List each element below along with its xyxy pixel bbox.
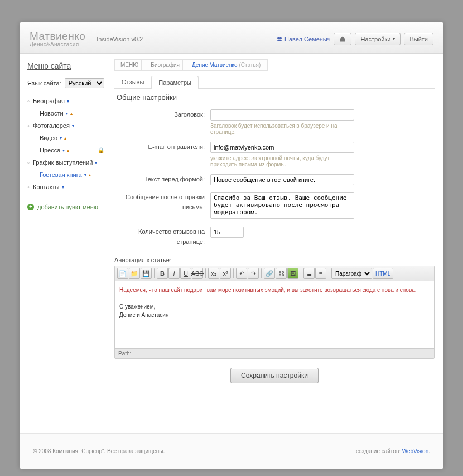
- menu-item-contacts[interactable]: Контакты ▾: [27, 181, 104, 193]
- user-icon: [277, 36, 282, 42]
- pretext-label: Текст перед формой:: [117, 174, 210, 185]
- menu-item-gallery[interactable]: Фотогалерея ▾: [27, 119, 104, 132]
- user-name: Павел Семеныч: [284, 36, 330, 42]
- chevron-down-icon: ▾: [67, 99, 69, 104]
- aftermsg-textarea[interactable]: Спасибо за Ваш отзыв. Ваше сообщение буд…: [210, 192, 354, 219]
- add-menu-item[interactable]: + добавить пункт меню: [27, 200, 104, 210]
- section-title: Общие настройки: [117, 93, 435, 102]
- chevron-down-icon: ▾: [95, 160, 97, 165]
- sidebar: Меню сайта Язык сайта: Русский Биография…: [20, 54, 111, 433]
- logo-line2: Денис&Анастасия: [30, 41, 85, 47]
- tabs: Отзывы Параметры: [114, 75, 435, 89]
- sidebar-title: Меню сайта: [27, 61, 104, 74]
- toolbar-separator: [301, 268, 301, 278]
- logo-line1: Матвиенко: [30, 30, 85, 42]
- toolbar-ul-icon[interactable]: ≣: [303, 268, 315, 279]
- editor-path: Path:: [115, 348, 434, 358]
- toolbar-html-button[interactable]: HTML: [373, 268, 393, 279]
- logo: Матвиенко Денис&Анастасия: [30, 30, 85, 47]
- toolbar-link-icon[interactable]: 🔗: [264, 268, 275, 279]
- sidebar-menu: Биография ▾ Новости ▾▴ Фотогалерея ▾ Вид…: [27, 95, 104, 193]
- toolbar-underline-icon[interactable]: U: [180, 268, 191, 279]
- logout-button[interactable]: Выйти: [404, 33, 433, 45]
- chevron-up-icon: ▴: [67, 148, 69, 153]
- chevron-down-icon: ▾: [66, 111, 68, 116]
- menu-item-schedule[interactable]: График выступлений ▾: [27, 156, 104, 169]
- editor-toolbar: 📄 📁 💾 B I U ABC x₂ x² ↶ ↷ 🔗 ⛓: [115, 266, 434, 281]
- lang-label: Язык сайта:: [27, 80, 61, 86]
- chevron-down-icon: ▾: [60, 136, 62, 141]
- chevron-down-icon: ▾: [393, 36, 395, 41]
- lock-icon: 🔒: [98, 147, 104, 153]
- menu-item-guestbook[interactable]: Гостевая книга ▾▴: [27, 169, 104, 181]
- toolbar-sub-icon[interactable]: x₂: [208, 268, 219, 279]
- user-link[interactable]: Павел Семеныч: [277, 36, 330, 42]
- app-title: InsideVision v0.2: [97, 36, 143, 42]
- home-button[interactable]: [334, 33, 351, 45]
- email-input[interactable]: [210, 142, 354, 153]
- count-input[interactable]: [210, 227, 244, 238]
- settings-form: Заголовок: Заголовок будет использоватьс…: [114, 109, 435, 247]
- home-icon: [339, 36, 346, 42]
- count-label: Количество отзывов на странице:: [117, 227, 210, 247]
- toolbar-open-icon[interactable]: 📁: [129, 268, 140, 279]
- tab-params[interactable]: Параметры: [151, 76, 199, 89]
- editor-line-2: С уважением,: [119, 302, 430, 311]
- menu-item-biography[interactable]: Биография ▾: [27, 95, 104, 107]
- copyright: © 2008 Компания "Cupicup". Все права защ…: [33, 448, 165, 454]
- chevron-up-icon: ▴: [70, 111, 73, 116]
- toolbar-sup-icon[interactable]: x²: [220, 268, 231, 279]
- toolbar-ol-icon[interactable]: ≡: [315, 268, 326, 279]
- tab-reviews[interactable]: Отзывы: [114, 75, 151, 88]
- format-select[interactable]: Параграф: [331, 268, 372, 279]
- editor-body[interactable]: Надеемся, что наш сайт подарит вам море …: [115, 281, 434, 348]
- toolbar-unlink-icon[interactable]: ⛓: [276, 268, 287, 279]
- rich-text-editor: 📄 📁 💾 B I U ABC x₂ x² ↶ ↷ 🔗 ⛓: [114, 266, 435, 359]
- breadcrumbs: МЕНЮ Биография Денис Матвиенко (Статья): [114, 59, 435, 71]
- toolbar-separator: [329, 268, 329, 278]
- toolbar-italic-icon[interactable]: I: [168, 268, 180, 279]
- title-label: Заголовок:: [117, 109, 210, 135]
- crumb-current: Денис Матвиенко (Статья): [182, 59, 268, 71]
- editor-line-3: Денис и Анастасия: [119, 311, 430, 319]
- logout-label: Выйти: [409, 36, 428, 42]
- toolbar-undo-icon[interactable]: ↶: [236, 268, 247, 279]
- footer: © 2008 Компания "Cupicup". Все права защ…: [20, 433, 443, 469]
- annotation-title: Аннотация к статье:: [114, 257, 435, 263]
- chevron-down-icon: ▾: [72, 123, 74, 128]
- toolbar-new-icon[interactable]: 📄: [117, 268, 128, 279]
- toolbar-strike-icon[interactable]: ABC: [192, 268, 203, 279]
- settings-button[interactable]: Настройки ▾: [355, 33, 401, 45]
- menu-item-news[interactable]: Новости ▾▴: [27, 107, 104, 119]
- chevron-down-icon: ▾: [62, 185, 64, 190]
- add-menu-label: добавить пункт меню: [37, 204, 98, 210]
- email-help: укажите адрес электронной почты, куда бу…: [210, 155, 355, 167]
- save-button[interactable]: Сохранить настройки: [230, 368, 319, 383]
- header: Матвиенко Денис&Анастасия InsideVision v…: [20, 22, 443, 54]
- chevron-up-icon: ▴: [89, 172, 91, 177]
- lang-select[interactable]: Русский: [65, 78, 104, 88]
- toolbar-separator: [261, 268, 262, 278]
- editor-line-1: Надеемся, что наш сайт подарит вам море …: [119, 286, 430, 294]
- toolbar-separator: [154, 268, 155, 278]
- chevron-down-icon: ▾: [84, 172, 86, 177]
- footer-credit-link[interactable]: WebVision: [402, 448, 428, 454]
- content: МЕНЮ Биография Денис Матвиенко (Статья) …: [111, 54, 443, 433]
- toolbar-image-icon[interactable]: 🖼: [287, 268, 298, 279]
- pretext-input[interactable]: [210, 174, 354, 185]
- chevron-up-icon: ▴: [64, 136, 66, 141]
- crumb-biography[interactable]: Биография: [141, 59, 187, 71]
- plus-icon: +: [27, 204, 34, 210]
- footer-credit-text: создание сайтов:: [356, 448, 402, 454]
- svg-point-0: [277, 37, 279, 39]
- toolbar-bold-icon[interactable]: B: [157, 268, 168, 279]
- menu-item-press[interactable]: Пресса ▾▴🔒: [27, 144, 104, 156]
- toolbar-separator: [205, 268, 206, 278]
- toolbar-redo-icon[interactable]: ↷: [248, 268, 259, 279]
- svg-rect-2: [277, 39, 282, 41]
- svg-point-1: [279, 37, 282, 39]
- menu-item-video[interactable]: Видео ▾▴: [27, 132, 104, 144]
- title-input[interactable]: [210, 109, 354, 121]
- aftermsg-label: Сообщение после отправки письма:: [117, 192, 210, 220]
- toolbar-save-icon[interactable]: 💾: [141, 268, 152, 279]
